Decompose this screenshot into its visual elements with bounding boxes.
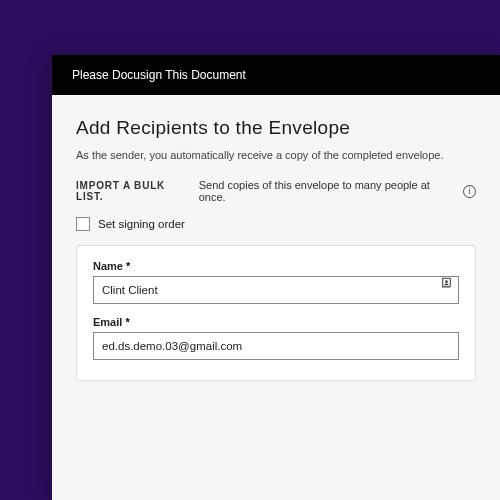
email-label-text: Email [93, 316, 122, 328]
titlebar: Please Docusign This Document [52, 55, 500, 95]
name-input[interactable] [93, 276, 459, 304]
bulk-import-link[interactable]: IMPORT A BULK LIST. [76, 180, 195, 202]
titlebar-text: Please Docusign This Document [72, 68, 246, 82]
modal-panel: Please Docusign This Document Add Recipi… [52, 55, 500, 500]
required-mark: * [126, 260, 130, 272]
signing-order-row: Set signing order [76, 217, 476, 231]
signing-order-checkbox[interactable] [76, 217, 90, 231]
name-label: Name * [93, 260, 459, 272]
email-label: Email * [93, 316, 459, 328]
bulk-import-desc: Send copies of this envelope to many peo… [199, 179, 457, 203]
required-mark: * [125, 316, 129, 328]
email-input[interactable] [93, 332, 459, 360]
bulk-import-row: IMPORT A BULK LIST. Send copies of this … [76, 179, 476, 203]
recipient-card: Name * Email * [76, 245, 476, 381]
name-field-group: Name * [93, 260, 459, 304]
contact-book-icon[interactable] [439, 275, 453, 289]
content-area: Add Recipients to the Envelope As the se… [52, 95, 500, 403]
email-field-group: Email * [93, 316, 459, 360]
info-icon[interactable]: i [463, 185, 476, 198]
signing-order-label: Set signing order [98, 218, 185, 230]
page-subtext: As the sender, you automatically receive… [76, 149, 476, 161]
name-label-text: Name [93, 260, 123, 272]
page-heading: Add Recipients to the Envelope [76, 117, 476, 139]
